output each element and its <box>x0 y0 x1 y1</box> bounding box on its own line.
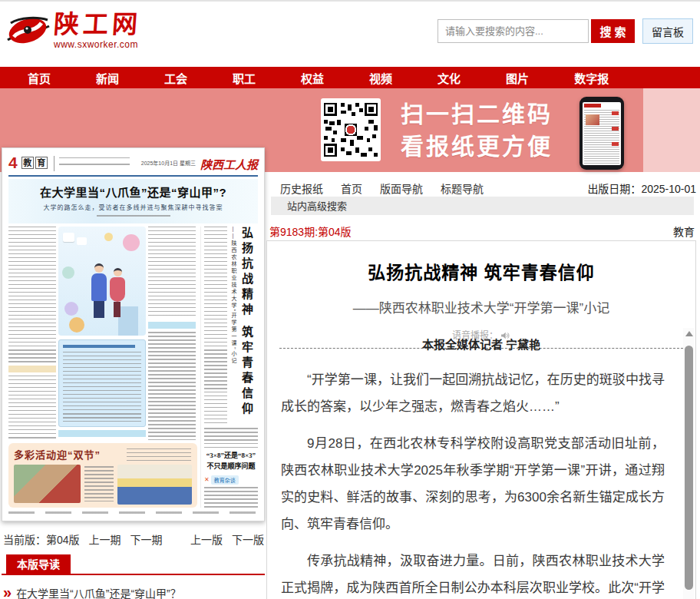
newspaper-page-thumbnail[interactable]: 4 教 育 2025年10月1日 星期三 陕西工人报 在大学里当“八爪鱼”还是“… <box>2 147 265 521</box>
article-subtitle: ——陕西农林职业技术大学“开学第一课”小记 <box>267 297 695 316</box>
phone-mockup-image <box>579 97 624 170</box>
newspaper-section-char: 教 <box>21 157 34 169</box>
advanced-search-bar: 站内高级搜索 <box>271 197 694 215</box>
article-scroll-area[interactable]: 本报全媒体记者 宁黛艳 “开学第一课，让我们一起回溯抗战记忆，在历史的斑驳中找寻… <box>267 328 695 599</box>
newspaper-date: 2025年10月1日 星期三 <box>141 159 196 167</box>
page-pager: 当前版：第04版 上一期 下一期 上一版 下一版 <box>3 531 264 547</box>
search-input[interactable] <box>438 19 589 43</box>
section-guide: 本版导读 » 在大学里当“八爪鱼”还是“穿山甲”？ <box>2 554 265 599</box>
site-header: 陕工网 www.sxworker.com 搜 索 留言板 <box>0 2 700 67</box>
lead-subheadline: 大学的路怎么走，受访者在多线并进与聚焦深耕中寻找答案 <box>8 203 258 211</box>
logo-swirl-icon <box>6 11 51 51</box>
qr-code <box>321 98 381 161</box>
nav-item-news[interactable]: 新闻 <box>96 70 119 86</box>
lead-article-illustration <box>58 227 146 336</box>
lead-headline: 在大学里当“八爪鱼”还是“穿山甲”? <box>8 184 258 200</box>
nav-item-video[interactable]: 视频 <box>369 70 392 86</box>
issue-row: 第9183期:第04版 教育 <box>269 223 695 239</box>
column-label: 教育杂谈 <box>211 475 239 485</box>
link-reader-home[interactable]: 首页 <box>341 180 362 196</box>
column-headline: 不只是顺序问题 <box>204 461 258 472</box>
feature-photo-right <box>117 465 192 505</box>
next-issue-link[interactable]: 下一期 <box>130 531 163 547</box>
survey-stats-box <box>58 339 146 427</box>
scrollbar[interactable] <box>683 328 695 599</box>
nav-item-union[interactable]: 工会 <box>164 70 187 86</box>
section-label: 教育 <box>673 223 695 239</box>
search-button[interactable]: 搜 索 <box>591 19 635 43</box>
article-paragraph: “开学第一课，让我们一起回溯抗战记忆，在历史的斑驳中找寻成长的答案，以少年之强志… <box>281 366 665 420</box>
scrollbar-thumb[interactable] <box>685 346 693 590</box>
link-history-papers[interactable]: 历史报纸 <box>280 180 323 196</box>
nav-item-home[interactable]: 首页 <box>28 70 51 86</box>
banner-slogan: 扫一扫二维码 看报纸更方便 <box>401 98 553 163</box>
guide-title-tab: 本版导读 <box>6 554 71 575</box>
article-author: 本报全媒体记者 宁黛艳 <box>267 336 695 352</box>
advanced-search-link[interactable]: 站内高级搜索 <box>287 200 347 212</box>
newspaper-lead-headline-block: 在大学里当“八爪鱼”还是“穿山甲”? 大学的路怎么走，受访者在多线并进与聚焦深耕… <box>8 179 258 223</box>
nav-item-epaper[interactable]: 数字报 <box>574 70 609 86</box>
scroll-up-arrow-icon[interactable] <box>685 331 693 336</box>
nav-item-rights[interactable]: 权益 <box>301 70 324 86</box>
logo-subtitle: www.sxworker.com <box>54 39 141 50</box>
vertical-article-subtitle: ——陕西农林职业技术大学“开学第一课”小记 <box>229 227 237 394</box>
newspaper-section-char: 育 <box>35 157 48 169</box>
double-arrow-icon: » <box>3 586 12 598</box>
lead-byline <box>97 215 170 217</box>
article-paragraph: 传承抗战精神，汲取奋进力量。日前，陕西农林职业技术大学正式揭牌，成为陕西首所全日… <box>281 548 665 599</box>
current-article-column[interactable]: ——陕西农林职业技术大学“开学第一课”小记 弘扬抗战精神 筑牢青春信仰 “3×8… <box>200 227 258 508</box>
article-body: “开学第一课，让我们一起回溯抗战记忆，在历史的斑驳中找寻成长的答案，以少年之强志… <box>267 352 695 599</box>
prev-page-link[interactable]: 上一版 <box>190 531 223 547</box>
newspaper-column <box>148 227 196 440</box>
article-panel: 弘扬抗战精神 筑牢青春信仰 ——陕西农林职业技术大学“开学第一课”小记 语音播报… <box>266 240 696 599</box>
article-paragraph: 9月28日，在西北农林专科学校附设高职党支部活动旧址前，陕西农林职业技术大学20… <box>281 430 665 538</box>
nav-item-photo[interactable]: 图片 <box>506 70 529 86</box>
column-headline: “3×8”还是“8×3” <box>204 450 258 461</box>
masthead-rule <box>8 175 258 177</box>
column-label-logo-icon: ✕ <box>204 476 210 483</box>
publish-date: 出版日期：2025-10-01 <box>587 180 696 196</box>
feature-photo-left <box>14 465 81 503</box>
nav-item-culture[interactable]: 文化 <box>438 70 461 86</box>
link-page-navigation[interactable]: 版面导航 <box>380 180 423 196</box>
section-guide-header: 本版导读 <box>2 554 265 575</box>
article-title: 弘扬抗战精神 筑牢青春信仰 <box>267 258 695 284</box>
guide-article-title: 在大学里当“八爪鱼”还是“穿山甲”？ <box>16 585 181 599</box>
newspaper-masthead: 陕西工人报 <box>200 156 258 172</box>
message-board-button[interactable]: 留言板 <box>642 18 693 44</box>
newspaper-meta-text <box>59 157 130 170</box>
current-page-label: 当前版：第04版 <box>3 531 80 547</box>
newspaper-footer-line <box>8 511 258 514</box>
guide-article-link[interactable]: » 在大学里当“八爪鱼”还是“穿山甲”？ <box>2 585 265 599</box>
vertical-article-title: 弘扬抗战精神 筑牢青春信仰 <box>239 227 253 423</box>
newspaper-column <box>8 227 56 440</box>
site-logo[interactable]: 陕工网 www.sxworker.com <box>6 11 141 51</box>
next-page-link[interactable]: 下一版 <box>232 531 264 547</box>
photo-feature-block: 多彩活动迎“双节” <box>8 443 197 508</box>
main-nav: 首页 新闻 工会 职工 权益 视频 文化 图片 数字报 <box>0 67 700 88</box>
newspaper-masthead-row: 4 教 育 2025年10月1日 星期三 陕西工人报 <box>8 154 258 174</box>
nav-item-worker[interactable]: 职工 <box>233 70 256 86</box>
logo-title: 陕工网 <box>53 11 143 38</box>
issue-info: 第9183期:第04版 <box>269 223 352 239</box>
link-title-navigation[interactable]: 标题导航 <box>441 180 484 196</box>
reader-toolbar: 历史报纸 首页 版面导航 标题导航 出版日期：2025-10-01 <box>266 180 696 196</box>
prev-issue-link[interactable]: 上一期 <box>89 531 121 547</box>
newspaper-column <box>58 227 146 440</box>
newspaper-page-number: 4 <box>8 154 18 171</box>
page: 陕工网 www.sxworker.com 搜 索 留言板 首页 新闻 工会 职工… <box>0 0 700 599</box>
